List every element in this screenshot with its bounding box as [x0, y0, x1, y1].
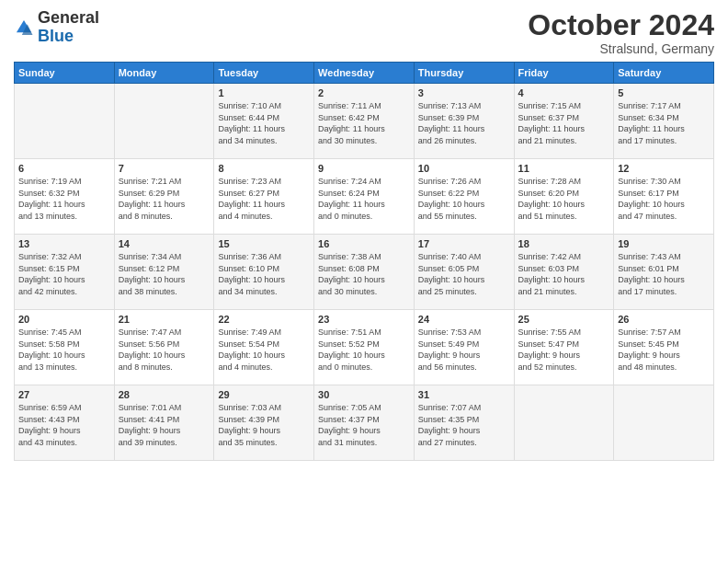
calendar-week-row: 13Sunrise: 7:32 AM Sunset: 6:15 PM Dayli… [15, 235, 714, 310]
location: Stralsund, Germany [528, 41, 714, 56]
calendar-cell: 6Sunrise: 7:19 AM Sunset: 6:32 PM Daylig… [15, 159, 115, 235]
day-number: 31 [418, 389, 510, 400]
day-info: Sunrise: 7:07 AM Sunset: 4:35 PM Dayligh… [418, 402, 510, 448]
day-info: Sunrise: 7:01 AM Sunset: 4:41 PM Dayligh… [119, 402, 210, 448]
calendar-cell: 29Sunrise: 7:03 AM Sunset: 4:39 PM Dayli… [214, 385, 314, 461]
day-info: Sunrise: 7:30 AM Sunset: 6:17 PM Dayligh… [618, 176, 710, 222]
day-info: Sunrise: 7:28 AM Sunset: 6:20 PM Dayligh… [518, 176, 610, 222]
day-number: 13 [18, 238, 110, 249]
day-number: 2 [318, 87, 410, 98]
calendar-cell: 13Sunrise: 7:32 AM Sunset: 6:15 PM Dayli… [15, 235, 115, 310]
day-info: Sunrise: 7:19 AM Sunset: 6:32 PM Dayligh… [18, 176, 110, 222]
day-number: 20 [18, 314, 110, 325]
day-number: 10 [418, 163, 510, 174]
calendar-cell: 21Sunrise: 7:47 AM Sunset: 5:56 PM Dayli… [114, 310, 214, 385]
day-number: 17 [418, 238, 510, 249]
weekday-header-wednesday: Wednesday [314, 63, 415, 84]
day-info: Sunrise: 7:55 AM Sunset: 5:47 PM Dayligh… [518, 327, 610, 373]
calendar-cell: 24Sunrise: 7:53 AM Sunset: 5:49 PM Dayli… [414, 310, 514, 385]
month-title: October 2024 [528, 9, 714, 41]
calendar-cell: 12Sunrise: 7:30 AM Sunset: 6:17 PM Dayli… [614, 159, 714, 235]
day-info: Sunrise: 7:57 AM Sunset: 5:45 PM Dayligh… [618, 327, 710, 373]
day-number: 19 [618, 238, 710, 249]
calendar-cell: 2Sunrise: 7:11 AM Sunset: 6:42 PM Daylig… [314, 84, 415, 159]
day-info: Sunrise: 7:51 AM Sunset: 5:52 PM Dayligh… [318, 327, 410, 373]
day-number: 18 [518, 238, 610, 249]
calendar-cell [114, 84, 214, 159]
day-info: Sunrise: 7:47 AM Sunset: 5:56 PM Dayligh… [119, 327, 210, 373]
logo-icon [14, 17, 34, 38]
calendar-cell: 4Sunrise: 7:15 AM Sunset: 6:37 PM Daylig… [514, 84, 614, 159]
day-info: Sunrise: 7:36 AM Sunset: 6:10 PM Dayligh… [218, 251, 310, 297]
calendar-cell: 20Sunrise: 7:45 AM Sunset: 5:58 PM Dayli… [15, 310, 115, 385]
calendar-cell: 25Sunrise: 7:55 AM Sunset: 5:47 PM Dayli… [514, 310, 614, 385]
day-number: 16 [318, 238, 410, 249]
day-info: Sunrise: 7:45 AM Sunset: 5:58 PM Dayligh… [18, 327, 110, 373]
page-container: General Blue October 2024 Stralsund, Ger… [0, 0, 728, 470]
calendar-cell: 3Sunrise: 7:13 AM Sunset: 6:39 PM Daylig… [414, 84, 514, 159]
calendar-cell: 26Sunrise: 7:57 AM Sunset: 5:45 PM Dayli… [614, 310, 714, 385]
calendar-table: SundayMondayTuesdayWednesdayThursdayFrid… [14, 62, 714, 461]
day-info: Sunrise: 7:42 AM Sunset: 6:03 PM Dayligh… [518, 251, 610, 297]
weekday-header-thursday: Thursday [414, 63, 514, 84]
day-info: Sunrise: 7:49 AM Sunset: 5:54 PM Dayligh… [218, 327, 310, 373]
calendar-cell [15, 84, 115, 159]
day-info: Sunrise: 7:24 AM Sunset: 6:24 PM Dayligh… [318, 176, 410, 222]
day-info: Sunrise: 7:17 AM Sunset: 6:34 PM Dayligh… [618, 100, 710, 146]
day-number: 24 [418, 314, 510, 325]
weekday-header-row: SundayMondayTuesdayWednesdayThursdayFrid… [15, 63, 714, 84]
weekday-header-monday: Monday [114, 63, 214, 84]
logo: General Blue [14, 9, 99, 46]
day-number: 25 [518, 314, 610, 325]
day-info: Sunrise: 7:23 AM Sunset: 6:27 PM Dayligh… [218, 176, 310, 222]
day-info: Sunrise: 7:11 AM Sunset: 6:42 PM Dayligh… [318, 100, 410, 146]
day-info: Sunrise: 7:40 AM Sunset: 6:05 PM Dayligh… [418, 251, 510, 297]
calendar-cell: 5Sunrise: 7:17 AM Sunset: 6:34 PM Daylig… [614, 84, 714, 159]
day-info: Sunrise: 7:21 AM Sunset: 6:29 PM Dayligh… [119, 176, 210, 222]
calendar-cell: 19Sunrise: 7:43 AM Sunset: 6:01 PM Dayli… [614, 235, 714, 310]
calendar-cell: 27Sunrise: 6:59 AM Sunset: 4:43 PM Dayli… [15, 385, 115, 461]
day-number: 9 [318, 163, 410, 174]
calendar-cell: 16Sunrise: 7:38 AM Sunset: 6:08 PM Dayli… [314, 235, 415, 310]
day-number: 22 [218, 314, 310, 325]
day-number: 28 [119, 389, 210, 400]
day-number: 14 [119, 238, 210, 249]
logo-general: General [38, 8, 99, 27]
day-number: 15 [218, 238, 310, 249]
calendar-cell: 17Sunrise: 7:40 AM Sunset: 6:05 PM Dayli… [414, 235, 514, 310]
day-number: 12 [618, 163, 710, 174]
weekday-header-friday: Friday [514, 63, 614, 84]
day-info: Sunrise: 7:03 AM Sunset: 4:39 PM Dayligh… [218, 402, 310, 448]
calendar-cell: 28Sunrise: 7:01 AM Sunset: 4:41 PM Dayli… [114, 385, 214, 461]
calendar-cell: 30Sunrise: 7:05 AM Sunset: 4:37 PM Dayli… [314, 385, 415, 461]
calendar-cell: 31Sunrise: 7:07 AM Sunset: 4:35 PM Dayli… [414, 385, 514, 461]
day-number: 3 [418, 87, 510, 98]
calendar-cell: 8Sunrise: 7:23 AM Sunset: 6:27 PM Daylig… [214, 159, 314, 235]
day-number: 21 [119, 314, 210, 325]
day-info: Sunrise: 6:59 AM Sunset: 4:43 PM Dayligh… [18, 402, 110, 448]
title-block: October 2024 Stralsund, Germany [528, 9, 714, 56]
day-info: Sunrise: 7:26 AM Sunset: 6:22 PM Dayligh… [418, 176, 510, 222]
day-number: 4 [518, 87, 610, 98]
weekday-header-sunday: Sunday [15, 63, 115, 84]
calendar-cell [614, 385, 714, 461]
day-info: Sunrise: 7:32 AM Sunset: 6:15 PM Dayligh… [18, 251, 110, 297]
logo-blue: Blue [38, 27, 74, 45]
day-info: Sunrise: 7:34 AM Sunset: 6:12 PM Dayligh… [119, 251, 210, 297]
calendar-week-row: 6Sunrise: 7:19 AM Sunset: 6:32 PM Daylig… [15, 159, 714, 235]
calendar-cell: 1Sunrise: 7:10 AM Sunset: 6:44 PM Daylig… [214, 84, 314, 159]
calendar-cell: 10Sunrise: 7:26 AM Sunset: 6:22 PM Dayli… [414, 159, 514, 235]
day-number: 30 [318, 389, 410, 400]
day-info: Sunrise: 7:10 AM Sunset: 6:44 PM Dayligh… [218, 100, 310, 146]
day-info: Sunrise: 7:05 AM Sunset: 4:37 PM Dayligh… [318, 402, 410, 448]
calendar-cell: 11Sunrise: 7:28 AM Sunset: 6:20 PM Dayli… [514, 159, 614, 235]
calendar-week-row: 1Sunrise: 7:10 AM Sunset: 6:44 PM Daylig… [15, 84, 714, 159]
day-number: 23 [318, 314, 410, 325]
calendar-cell: 9Sunrise: 7:24 AM Sunset: 6:24 PM Daylig… [314, 159, 415, 235]
calendar-cell: 23Sunrise: 7:51 AM Sunset: 5:52 PM Dayli… [314, 310, 415, 385]
day-info: Sunrise: 7:38 AM Sunset: 6:08 PM Dayligh… [318, 251, 410, 297]
calendar-week-row: 20Sunrise: 7:45 AM Sunset: 5:58 PM Dayli… [15, 310, 714, 385]
logo-text: General Blue [38, 9, 99, 46]
day-number: 29 [218, 389, 310, 400]
day-number: 5 [618, 87, 710, 98]
